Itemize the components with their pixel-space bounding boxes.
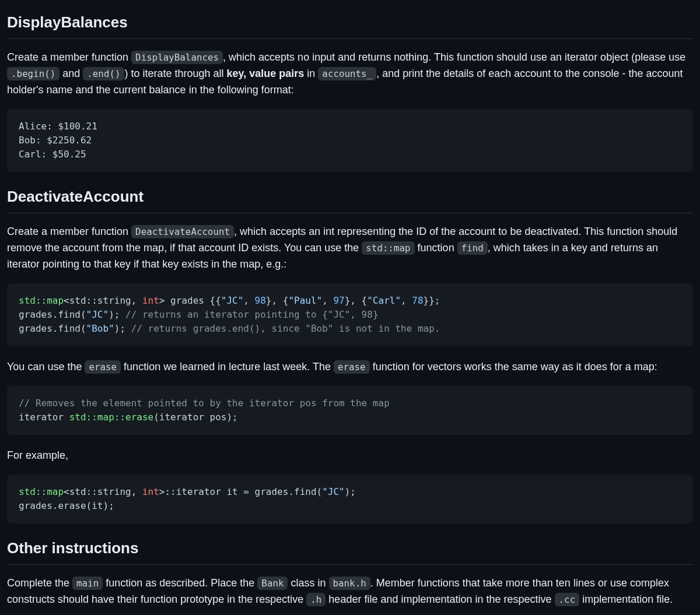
code-inline: erase [334, 360, 370, 374]
tok: iterator [19, 412, 69, 423]
text: ) to iterate through all [124, 68, 226, 79]
tok: int [142, 295, 159, 306]
tok: }, { [266, 295, 289, 306]
tok: "JC" [322, 486, 345, 497]
text: Create a member function [7, 226, 131, 237]
text: Create a member function [7, 51, 131, 63]
tok: "JC" [86, 309, 109, 320]
code-inline: .end() [83, 67, 124, 80]
tok: <std::string, [64, 295, 142, 306]
tok: ); [108, 309, 125, 320]
text: class in [288, 577, 328, 589]
displaybalances-description: Create a member function DisplayBalances… [7, 50, 693, 99]
code-inline: std::map [362, 241, 414, 255]
for-example-text: For example, [7, 448, 693, 464]
tok: (iterator pos); [153, 412, 238, 423]
tok: std::map [19, 295, 64, 306]
tok: ); [345, 486, 356, 497]
code-inline: accounts_ [318, 67, 376, 80]
tok: > grades {{ [159, 295, 221, 306]
text: function for vectors works the same way … [370, 361, 657, 372]
code-inline: .begin() [7, 67, 60, 80]
tok: , [401, 295, 412, 306]
text: function as described. Place the [103, 577, 257, 589]
tok: // Removes the element pointed to by the… [19, 398, 390, 409]
tok: std::map [19, 486, 64, 497]
erase-intro: You can use the erase function we learne… [7, 359, 693, 375]
tok: // returns grades.end(), since "Bob" is … [131, 323, 440, 334]
code-inline: main [72, 577, 103, 590]
section-heading-other-instructions: Other instructions [7, 536, 693, 565]
tok: , [322, 295, 333, 306]
tok: "Paul" [288, 295, 322, 306]
tok: int [142, 486, 159, 497]
code-inline: DisplayBalances [131, 51, 223, 64]
tok: "JC" [221, 295, 244, 306]
tok: 98 [255, 295, 266, 306]
code-inline: Bank [257, 577, 288, 590]
text: , which accepts no input and returns not… [223, 51, 685, 63]
code-block-erase-example: std::map<std::string, int>::iterator it … [7, 475, 693, 523]
tok: std::map::erase [69, 412, 154, 423]
tok: grades.erase(it); [19, 500, 114, 511]
tok: 78 [412, 295, 423, 306]
code-block-find-example: std::map<std::string, int> grades {{"JC"… [7, 283, 693, 346]
code-inline: DeactivateAccount [131, 225, 234, 238]
tok: <std::string, [64, 486, 142, 497]
deactivateaccount-description: Create a member function DeactivateAccou… [7, 224, 693, 273]
text: header file and implementation in the re… [326, 593, 554, 605]
tok: 97 [333, 295, 344, 306]
tok: >::iterator it = grades.find( [159, 486, 322, 497]
text: function [415, 242, 457, 254]
tok: grades.find( [19, 323, 86, 334]
tok: grades.find( [19, 309, 86, 320]
code-inline: .h [306, 593, 326, 606]
tok: "Carl" [367, 295, 401, 306]
tok: , [243, 295, 254, 306]
code-inline: .cc [555, 593, 580, 606]
code-inline: find [457, 241, 488, 255]
section-heading-deactivateaccount: DeactivateAccount [7, 185, 693, 213]
code-inline: bank.h [329, 577, 370, 590]
code-block-erase-signature: // Removes the element pointed to by the… [7, 386, 693, 435]
text: You can use the [7, 361, 85, 372]
tok: }, { [345, 295, 368, 306]
text: in [304, 68, 318, 79]
text: and [60, 68, 83, 79]
section-heading-displaybalances: DisplayBalances [7, 10, 693, 39]
bold-text: key, value pairs [227, 68, 304, 79]
text: implementation file. [579, 593, 673, 605]
tok: // returns an iterator pointing to {"JC"… [125, 309, 378, 320]
tok: "Bob" [86, 323, 114, 334]
tok: ); [114, 323, 131, 334]
text: Complete the [7, 577, 72, 589]
other-instructions-description: Complete the main function as described.… [7, 575, 693, 608]
code-inline: erase [85, 360, 121, 374]
text: function we learned in lecture last week… [121, 361, 334, 372]
tok: }}; [424, 295, 440, 306]
code-block-output-example: Alice: $100.21 Bob: $2250.62 Carl: $50.2… [7, 109, 693, 172]
